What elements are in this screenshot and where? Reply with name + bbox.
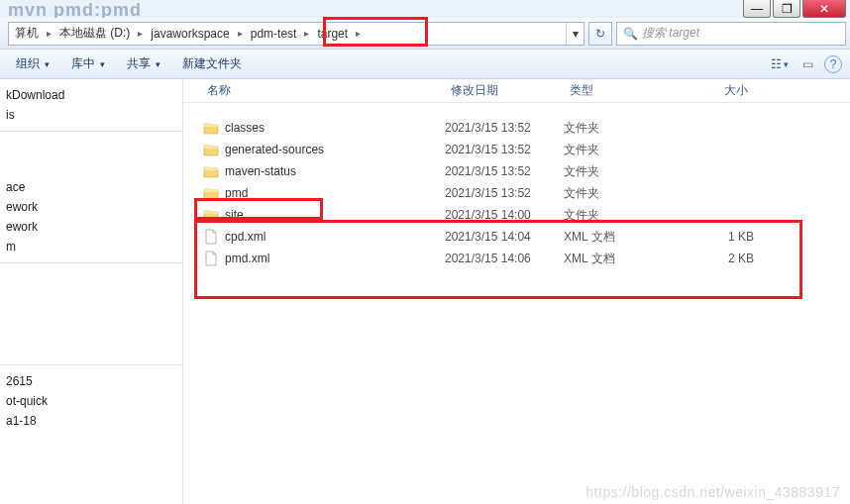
share-button[interactable]: 共享 [119,52,168,75]
sidebar-item[interactable]: ework [0,217,182,237]
chevron-right-icon: ▸ [45,28,53,39]
crumb-pdm-test[interactable]: pdm-test [245,23,303,45]
file-name: maven-status [225,164,445,178]
close-button[interactable]: ✕ [802,0,846,18]
file-size: 2 KB [675,252,754,265]
file-type: XML 文档 [564,229,675,246]
file-row[interactable]: pmd.xml2021/3/15 14:06XML 文档2 KB [183,248,850,269]
file-row[interactable]: site2021/3/15 14:00文件夹 [183,204,850,226]
sidebar-item[interactable]: is [0,105,182,125]
sidebar-item[interactable]: a1-18 [0,411,182,431]
file-name: pmd.xml [225,252,445,265]
new-folder-button[interactable]: 新建文件夹 [174,52,250,75]
file-size: 1 KB [675,230,754,244]
window-title-faded: mvn pmd:pmd [0,0,850,18]
folder-icon [201,121,221,135]
watermark: https://blog.csdn.net/weixin_43883917 [585,484,840,500]
library-button[interactable]: 库中 [63,52,113,75]
sidebar-divider [0,131,182,132]
file-list: classes2021/3/15 13:52文件夹generated-sourc… [183,103,850,269]
file-type: 文件夹 [564,185,675,202]
file-pane: 名称 修改日期 类型 大小 classes2021/3/15 13:52文件夹g… [183,79,850,504]
sidebar-divider [0,364,182,365]
file-date: 2021/3/15 13:52 [445,186,564,200]
file-row[interactable]: maven-status2021/3/15 13:52文件夹 [183,160,850,182]
chevron-right-icon: ▸ [302,28,311,39]
file-date: 2021/3/15 13:52 [445,121,564,135]
file-type: 文件夹 [564,207,675,224]
window-controls: — ❐ ✕ [743,0,846,18]
sidebar-divider [0,262,182,263]
crumb-drive-d[interactable]: 本地磁盘 (D:) [53,23,136,45]
organize-button[interactable]: 组织 [8,52,57,75]
file-date: 2021/3/15 14:04 [445,230,564,244]
sidebar-item[interactable]: kDownload [0,85,182,105]
folder-icon [201,164,221,178]
file-name: cpd.xml [225,230,445,244]
file-name: pmd [225,186,445,200]
folder-icon [201,208,221,222]
column-type[interactable]: 类型 [564,82,675,99]
file-icon [201,251,221,266]
crumb-computer[interactable]: 算机 [9,23,45,45]
search-icon: 🔍 [623,27,638,41]
file-type: 文件夹 [564,163,675,180]
column-size[interactable]: 大小 [675,82,754,99]
main-area: kDownload is ace ework ework m 2615 ot-q… [0,79,850,504]
file-type: 文件夹 [564,142,675,158]
sidebar: kDownload is ace ework ework m 2615 ot-q… [0,79,183,504]
minimize-button[interactable]: — [743,0,771,18]
sidebar-item[interactable]: ot-quick [0,391,182,411]
file-row[interactable]: classes2021/3/15 13:52文件夹 [183,117,850,139]
file-date: 2021/3/15 13:52 [445,143,564,156]
preview-pane-button[interactable]: ▭ [797,54,818,74]
help-button[interactable]: ? [824,55,842,73]
search-input[interactable]: 🔍 搜索 target [616,22,846,46]
view-options-button[interactable]: ☷ [769,54,791,74]
file-type: 文件夹 [564,120,675,137]
file-row[interactable]: pmd2021/3/15 13:52文件夹 [183,182,850,204]
address-bar-row: 算机▸ 本地磁盘 (D:)▸ javaworkspace▸ pdm-test▸ … [0,18,850,50]
column-headers: 名称 修改日期 类型 大小 [183,79,850,103]
crumb-target[interactable]: target [311,23,354,45]
sidebar-item[interactable]: m [0,237,182,256]
breadcrumb-dropdown[interactable]: ▾ [566,23,584,45]
breadcrumb[interactable]: 算机▸ 本地磁盘 (D:)▸ javaworkspace▸ pdm-test▸ … [8,22,584,46]
file-date: 2021/3/15 14:06 [445,252,564,265]
folder-icon [201,143,221,156]
file-row[interactable]: generated-sources2021/3/15 13:52文件夹 [183,139,850,160]
search-placeholder: 搜索 target [642,25,699,42]
file-date: 2021/3/15 14:00 [445,208,564,222]
maximize-button[interactable]: ❐ [773,0,800,18]
toolbar: 组织 库中 共享 新建文件夹 ☷ ▭ ? [0,50,850,79]
file-row[interactable]: cpd.xml2021/3/15 14:04XML 文档1 KB [183,226,850,248]
sidebar-item[interactable]: 2615 [0,371,182,391]
sidebar-item[interactable]: ace [0,177,182,197]
file-name: site [225,208,445,222]
column-date[interactable]: 修改日期 [445,82,564,99]
sidebar-item[interactable]: ework [0,197,182,217]
file-type: XML 文档 [564,251,675,267]
refresh-button[interactable]: ↻ [588,22,612,46]
chevron-right-icon: ▸ [354,28,363,39]
file-date: 2021/3/15 13:52 [445,164,564,178]
column-name[interactable]: 名称 [201,82,445,99]
file-icon [201,229,221,245]
crumb-javaworkspace[interactable]: javaworkspace [145,23,235,45]
chevron-right-icon: ▸ [136,28,145,39]
chevron-right-icon: ▸ [236,28,245,39]
file-name: classes [225,121,445,135]
folder-icon [201,186,221,200]
file-name: generated-sources [225,143,445,156]
